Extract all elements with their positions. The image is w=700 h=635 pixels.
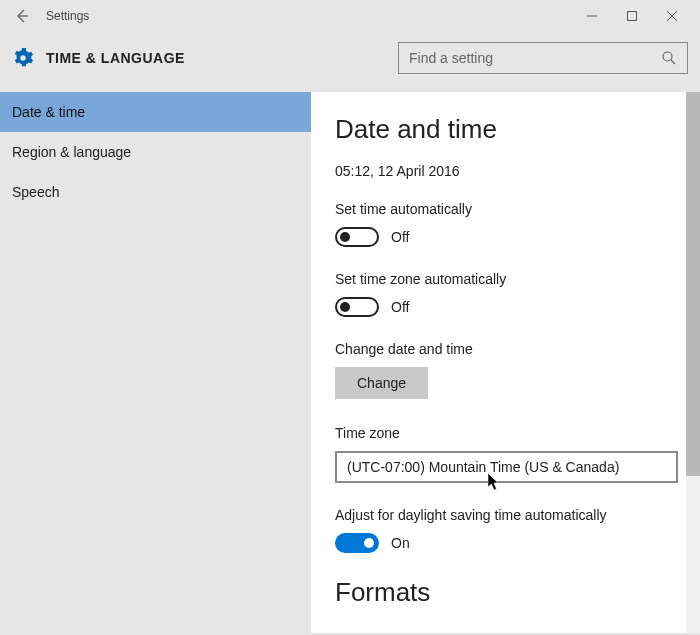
sidebar-item-label: Date & time [12,104,85,120]
set-tz-auto-row: Off [335,297,686,317]
gear-icon [12,47,34,69]
header-row: TIME & LANGUAGE Find a setting [0,32,700,92]
body-row: Date & time Region & language Speech Dat… [0,92,700,633]
scrollbar[interactable] [686,92,700,633]
back-button[interactable] [10,4,34,28]
page-title: Date and time [335,114,686,145]
toggle-knob [340,302,350,312]
timezone-dropdown[interactable]: (UTC-07:00) Mountain Time (US & Canada) [335,451,678,483]
content: Date and time 05:12, 12 April 2016 Set t… [311,92,700,633]
maximize-icon [627,11,637,21]
content-wrap: Date and time 05:12, 12 April 2016 Set t… [311,92,700,633]
minimize-button[interactable] [572,2,612,30]
svg-point-5 [663,52,672,61]
set-time-auto-label: Set time automatically [335,201,686,217]
formats-title: Formats [335,577,686,608]
set-tz-auto-toggle[interactable] [335,297,379,317]
search-input[interactable]: Find a setting [398,42,688,74]
tz-label: Time zone [335,425,686,441]
sidebar-item-region-language[interactable]: Region & language [0,132,311,172]
current-datetime: 05:12, 12 April 2016 [335,163,686,179]
search-icon [661,50,677,66]
set-time-auto-row: Off [335,227,686,247]
set-time-auto-state: Off [391,229,409,245]
set-time-auto-toggle[interactable] [335,227,379,247]
window-controls [572,2,692,30]
close-icon [667,11,677,21]
sidebar-item-speech[interactable]: Speech [0,172,311,212]
svg-point-4 [20,55,26,61]
svg-rect-1 [628,12,637,21]
dst-state: On [391,535,410,551]
dst-label: Adjust for daylight saving time automati… [335,507,686,523]
toggle-knob [364,538,374,548]
back-arrow-icon [14,8,30,24]
svg-line-6 [671,60,675,64]
change-button[interactable]: Change [335,367,428,399]
sidebar-item-label: Region & language [12,144,131,160]
header-title: TIME & LANGUAGE [46,50,185,66]
maximize-button[interactable] [612,2,652,30]
header-left: TIME & LANGUAGE [12,47,185,69]
change-dt-label: Change date and time [335,341,686,357]
close-button[interactable] [652,2,692,30]
window-title: Settings [46,9,89,23]
sidebar-item-label: Speech [12,184,59,200]
dst-row: On [335,533,686,553]
set-tz-auto-label: Set time zone automatically [335,271,686,287]
toggle-knob [340,232,350,242]
sidebar-item-date-time[interactable]: Date & time [0,92,311,132]
minimize-icon [587,11,597,21]
titlebar-left: Settings [10,4,89,28]
sidebar: Date & time Region & language Speech [0,92,311,633]
search-placeholder: Find a setting [409,50,493,66]
set-tz-auto-state: Off [391,299,409,315]
scrollbar-thumb[interactable] [686,92,700,476]
dst-toggle[interactable] [335,533,379,553]
timezone-value: (UTC-07:00) Mountain Time (US & Canada) [347,459,619,475]
titlebar: Settings [0,0,700,32]
